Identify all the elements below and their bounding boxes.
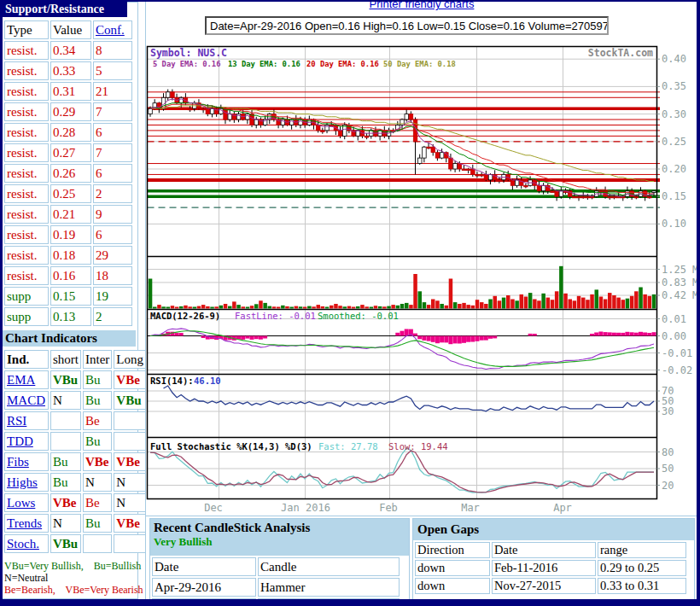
candle-body xyxy=(321,131,325,132)
volume-bar xyxy=(524,297,528,309)
volume-bar xyxy=(289,307,294,309)
candle-body xyxy=(466,169,470,171)
volume-bar xyxy=(502,298,506,309)
volume-bar xyxy=(400,304,405,309)
candle-body xyxy=(480,174,484,176)
volume-bar xyxy=(312,306,316,308)
volume-bar xyxy=(435,300,440,308)
volume-bar xyxy=(338,306,342,308)
candlestick-analysis-table: DateCandleApr-29-2016Hammer xyxy=(150,556,401,606)
volume-bar xyxy=(263,303,267,309)
volume-bar xyxy=(453,302,458,308)
macd-histogram-bar xyxy=(621,333,625,336)
volume-bar xyxy=(317,305,321,308)
macd-histogram-bar xyxy=(616,333,621,336)
volume-bar xyxy=(630,296,634,309)
volume-bar xyxy=(449,279,453,309)
volume-bar xyxy=(272,306,277,308)
price-axis-label: 0.40 xyxy=(662,53,686,65)
cs-col: Date xyxy=(152,557,256,576)
stoch-legend-item: Full Stochastic %K(14,3) %D(3) xyxy=(150,441,312,452)
volume-bar xyxy=(551,300,555,308)
macd-histogram-bar xyxy=(413,334,417,336)
candle-body xyxy=(405,114,409,119)
volume-bar xyxy=(498,300,502,308)
macd-histogram-bar xyxy=(400,331,405,336)
cs-row: Apr-29-2016Hammer xyxy=(152,578,400,597)
volume-bar xyxy=(224,304,228,309)
volume-bar xyxy=(197,306,201,309)
volume-bar xyxy=(520,294,524,309)
gaps-cell: Feb-11-2016 xyxy=(492,560,596,576)
macd-histogram-bar xyxy=(435,336,440,344)
gaps-cell: down xyxy=(415,560,490,576)
price-axis-label: 0.30 xyxy=(662,108,686,120)
month-label: Mar xyxy=(461,502,480,514)
volume-bar xyxy=(559,266,563,309)
candlestick-analysis-section: Recent CandleStick Analysis Very Bullish… xyxy=(149,518,410,606)
candle-body xyxy=(325,125,330,131)
price-axis-label: 0.35 xyxy=(662,80,686,92)
macd-histogram-bar xyxy=(466,336,470,342)
macd-legend-item: MACD(12-26-9) xyxy=(150,311,220,321)
bottom-section-divider xyxy=(146,516,697,516)
macd-histogram-bar xyxy=(484,336,488,341)
volume-bar xyxy=(378,306,382,309)
volume-bar xyxy=(506,295,510,309)
volume-bar xyxy=(365,306,369,308)
candle-body xyxy=(510,180,515,185)
macd-histogram-bar xyxy=(444,336,448,343)
volume-bar xyxy=(391,305,395,308)
candle-body xyxy=(219,108,224,114)
candle-body xyxy=(484,174,488,179)
rsi-axis-label: 30 xyxy=(662,405,674,417)
printer-friendly-link[interactable]: Printer friendly charts xyxy=(370,0,475,10)
volume-bar xyxy=(471,306,475,309)
volume-bar xyxy=(581,298,586,309)
macd-histogram-bar xyxy=(639,332,643,336)
volume-bar xyxy=(343,306,347,308)
candlestick-sentiment: Very Bullish xyxy=(154,535,409,549)
macd-histogram-bar xyxy=(493,336,497,339)
volume-bar xyxy=(325,307,330,309)
volume-bar xyxy=(347,306,352,309)
volume-bar xyxy=(259,300,263,308)
volume-bar xyxy=(427,305,431,308)
support-resistance-header: Support/Resistance xyxy=(3,2,127,17)
candle-body xyxy=(338,131,342,136)
macd-histogram-bar xyxy=(643,333,647,336)
volume-bar xyxy=(153,307,157,309)
month-label: Apr xyxy=(553,502,572,514)
macd-histogram-bar xyxy=(604,332,608,335)
candle-body xyxy=(555,191,559,196)
volume-bar xyxy=(462,303,466,309)
volume-bar xyxy=(595,289,599,308)
gaps-row: downNov-27-20150.33 to 0.31 xyxy=(415,578,686,594)
volume-bar xyxy=(206,306,210,309)
macd-histogram-bar xyxy=(462,336,466,343)
candle-body xyxy=(643,191,647,196)
macd-histogram-bar xyxy=(427,336,431,341)
ema-legend-item: 50 Day EMA: 0.18 xyxy=(383,60,456,68)
gaps-col: Direction xyxy=(415,542,490,558)
volume-bar xyxy=(484,304,488,309)
volume-bar xyxy=(334,304,338,309)
volume-bar xyxy=(171,306,175,308)
macd-histogram-bar xyxy=(453,336,458,344)
candle-body xyxy=(559,191,563,196)
volume-bar xyxy=(382,306,387,308)
volume-bar xyxy=(157,305,161,308)
candle-body xyxy=(400,119,405,125)
candle-body xyxy=(365,136,369,137)
volume-bar xyxy=(184,306,188,309)
ema-legend-item: 20 Day EMA: 0.16 xyxy=(306,60,379,68)
price-axis-label: 0.25 xyxy=(662,136,686,148)
macd-histogram-bar xyxy=(625,332,629,336)
macd-histogram-bar xyxy=(395,333,400,336)
macd-histogram-bar xyxy=(528,334,533,336)
macd-legend-item: FastLine: -0.01 xyxy=(235,311,316,321)
volume-bar xyxy=(149,279,153,309)
volume-bar xyxy=(188,306,192,308)
gaps-row: downFeb-11-20160.29 to 0.25 xyxy=(415,560,686,576)
macd-histogram-bar xyxy=(590,334,594,336)
